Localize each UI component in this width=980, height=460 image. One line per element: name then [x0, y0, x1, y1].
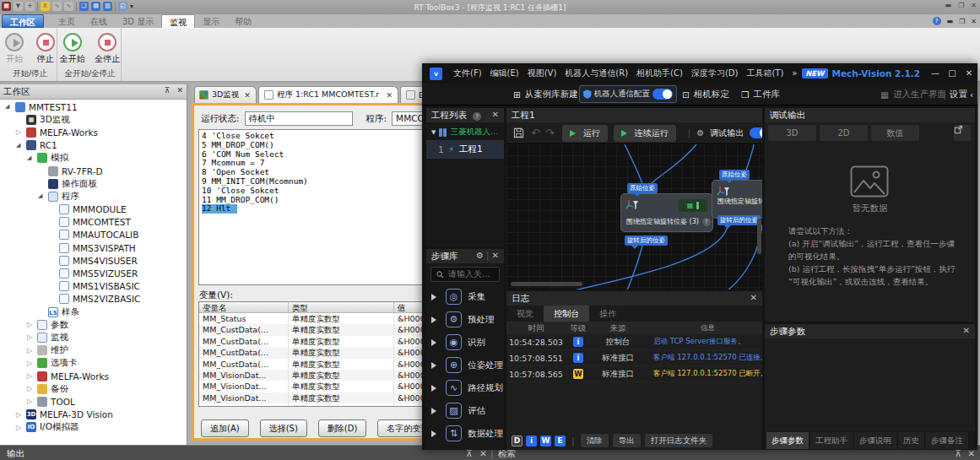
tree-item-维护[interactable]: ▷维护	[0, 344, 187, 357]
expander-icon[interactable]: ◢	[38, 192, 46, 200]
doc-tab-3D监视[interactable]: 3D监视✕	[194, 86, 257, 103]
expander-icon[interactable]: ◢	[16, 142, 24, 149]
close-icon[interactable]: ✕	[386, 91, 393, 100]
menu-深度学习(D)[interactable]: 深度学习(D)	[687, 63, 743, 84]
menu-工具箱(T)[interactable]: 工具箱(T)	[742, 63, 788, 84]
mdi-restore-icon[interactable]: ❐	[959, 18, 965, 25]
tree-item-MMAUTOCALIB[interactable]: MMAUTOCALIB	[0, 229, 187, 241]
log-col-信息[interactable]: 信息	[645, 322, 762, 334]
menu-文件(F)[interactable]: 文件(F)	[449, 63, 486, 84]
graph-node-rotate-pose-2[interactable]: 围绕指定轴旋转位姿	[712, 180, 762, 219]
close-icon[interactable]: ✕	[492, 251, 499, 260]
选择(S)-button[interactable]: 选择(S)	[260, 419, 307, 437]
workpiece-lib-button[interactable]: ❒ 工件库	[741, 84, 780, 105]
expander-icon[interactable]	[431, 385, 440, 392]
debug-tab-3D[interactable]: 3D	[768, 125, 816, 141]
tree-item-MMTEST11[interactable]: ◢MMTEST11	[0, 100, 187, 113]
tree-item-RV-7FR-D[interactable]: RV-7FR-D	[0, 165, 187, 177]
tree-item-程序[interactable]: ◢程序	[0, 190, 187, 203]
output-panel-tab[interactable]: 输出	[7, 448, 24, 460]
help-icon[interactable]: ?	[933, 17, 941, 25]
menu-»[interactable]: »	[788, 63, 801, 84]
log-tab-控制台[interactable]: 控制台	[544, 306, 589, 322]
column-header-变量名[interactable]: 变量名	[199, 302, 289, 312]
expander-icon[interactable]: ◢	[27, 154, 35, 162]
close-icon[interactable]: ✕	[961, 63, 977, 84]
gear-icon[interactable]: ⚙	[696, 128, 704, 138]
expander-icon[interactable]: ▷	[27, 347, 35, 354]
step-category-预处理[interactable]: ⚙预处理	[426, 308, 504, 331]
production-button[interactable]: ▦ 进入生产界面	[880, 84, 946, 105]
expander-icon[interactable]	[431, 362, 440, 369]
column-header-类型[interactable]: 类型	[289, 302, 394, 312]
tree-item-选项卡[interactable]: ▷选项卡	[0, 357, 187, 370]
undo-icon[interactable]: ↶	[531, 127, 540, 139]
save-icon[interactable]	[513, 127, 524, 138]
expander-icon[interactable]: ◢	[5, 103, 13, 111]
tree-item-TOOL[interactable]: ▷TOOL	[0, 395, 187, 408]
doc-tab-程序 1:RC1 MMCOMTEST.r (模...[interactable]: 程序 1:RC1 MMCOMTEST.r (模...✕	[258, 86, 398, 103]
log-col-等级[interactable]: 等级	[566, 322, 591, 334]
expander-icon[interactable]: ▷	[27, 360, 35, 367]
menu-机器人与通信(R)[interactable]: 机器人与通信(R)	[560, 63, 632, 84]
log-filter-D[interactable]: D	[512, 436, 522, 446]
run-button[interactable]: 运行	[562, 125, 608, 142]
horizontal-scrollbar[interactable]	[511, 282, 582, 286]
close-icon[interactable]: ✕	[176, 86, 183, 95]
mdi-minimize-icon[interactable]: ▬	[947, 18, 954, 25]
node-a-input-port[interactable]: 原始位姿	[627, 183, 658, 193]
step-category-位姿处理[interactable]: ⊕位姿处理	[426, 354, 504, 376]
project-item[interactable]: 1 ⚡ 工程1	[426, 140, 504, 159]
tree-item-参数[interactable]: ▷参数	[0, 318, 187, 331]
停止-button[interactable]: 停止	[35, 33, 57, 65]
tree-item-MELFA-3D Vision[interactable]: ▷3DMELFA-3D Vision	[0, 409, 187, 421]
全开始-button[interactable]: 全开始	[59, 33, 86, 65]
expander-icon[interactable]	[431, 294, 440, 300]
minimize-icon[interactable]: —	[927, 63, 944, 84]
pin-icon[interactable]: ⊼	[165, 86, 171, 95]
close-icon[interactable]: ✕	[963, 326, 970, 335]
tree-item-MMS3VISPATH[interactable]: MMS3VISPATH	[0, 241, 187, 254]
node-a-output-port[interactable]: 旋转后的位姿	[625, 235, 668, 246]
rt-tab-在线[interactable]: 在线	[83, 14, 115, 28]
expander-icon[interactable]: ▷	[27, 385, 35, 392]
step-category-数据处理[interactable]: ⇅数据处理	[426, 422, 504, 445]
打开日志文件夹-button[interactable]: 打开日志文件夹	[645, 434, 713, 447]
log-filter-E[interactable]: E	[555, 436, 566, 446]
expander-icon[interactable]: ▷	[27, 372, 35, 380]
tree-item-MMS2VIZBASIC[interactable]: MMS2VIZBASIC	[0, 293, 187, 306]
external-window-icon[interactable]	[954, 125, 971, 141]
log-tab-视觉[interactable]: 视觉	[506, 306, 544, 322]
debug-output-toggle[interactable]	[750, 127, 762, 138]
project-group[interactable]: ▼ 三菱机器人标...	[426, 122, 504, 140]
expander-icon[interactable]: ▷	[27, 333, 35, 341]
menu-相机助手(C)[interactable]: 相机助手(C)	[632, 63, 687, 84]
全停止-button[interactable]: 全停止	[95, 33, 122, 65]
settings-button[interactable]: 设置	[950, 84, 967, 105]
expander-icon[interactable]	[431, 339, 440, 346]
tree-item-MELFA-Works[interactable]: ▷MELFA-Works	[0, 126, 187, 138]
log-col-时间[interactable]: 时间	[506, 322, 566, 334]
vertical-scrollbar[interactable]	[757, 219, 761, 254]
tree-item-MELFA-Works[interactable]: ▷MELFA-Works	[0, 370, 187, 382]
删除(D)-button[interactable]: 删除(D)	[318, 419, 367, 437]
close-icon[interactable]: ✕	[244, 91, 251, 100]
run-continuous-button[interactable]: 连续运行	[614, 125, 676, 142]
expander-icon[interactable]: ▷	[27, 398, 35, 405]
node-b-input-port[interactable]: 原始位姿	[719, 170, 750, 180]
log-filter-W[interactable]: W	[540, 436, 551, 446]
导出-button[interactable]: 导出	[613, 434, 641, 447]
tree-item-MMS4VISUSER[interactable]: MMS4VISUSER	[0, 254, 187, 267]
robot-comm-config-button[interactable]: 机器人通信配置	[579, 85, 677, 103]
log-row[interactable]: 10:57:08.551i标准接口客户端 127.0.0.1:52570 已连接…	[506, 350, 762, 366]
expander-icon[interactable]	[431, 317, 440, 323]
log-row[interactable]: 10:57:08.565W标准接口客户端 127.0.0.1:52570 已断开…	[506, 366, 762, 382]
help-icon[interactable]: ?	[702, 218, 711, 226]
close-icon[interactable]: ✕	[750, 293, 757, 302]
mdi-close-icon[interactable]: ✕	[971, 18, 977, 25]
追加(A)-button[interactable]: 追加(A)	[201, 419, 249, 437]
search-panel-tab[interactable]: 检索	[498, 448, 516, 460]
help-icon[interactable]: ?	[473, 112, 481, 121]
rt-tab-显示[interactable]: 显示	[195, 14, 227, 28]
清除-button[interactable]: 清除	[581, 434, 609, 447]
